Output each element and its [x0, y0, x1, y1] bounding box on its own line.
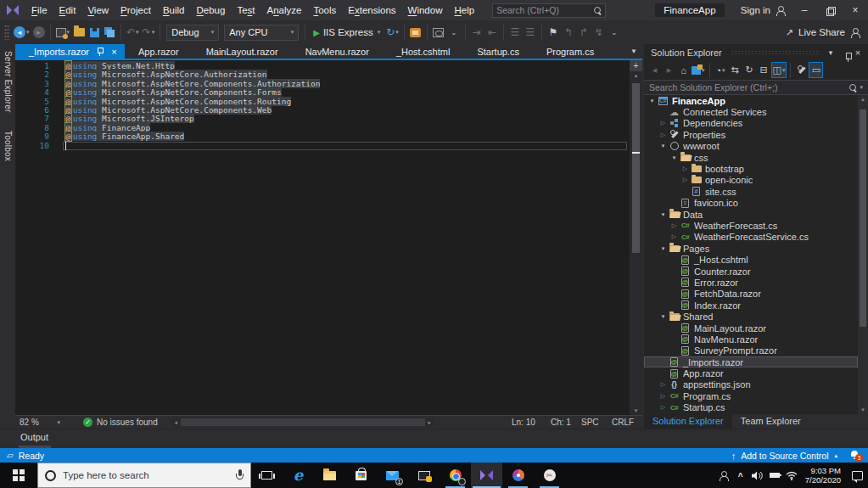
menu-view[interactable]: View	[81, 0, 115, 20]
tree-expander-icon[interactable]: ▷	[680, 165, 690, 172]
tree-item-mainlayout-razor[interactable]: @MainLayout.razor	[644, 323, 858, 334]
navigate-back-button[interactable]: ◂	[647, 62, 662, 78]
tab-navmenu-razor[interactable]: NavMenu.razor	[292, 44, 383, 59]
solution-platforms-combo[interactable]: Any CPU▾	[224, 25, 299, 41]
scroll-left-icon[interactable]: ◂	[171, 419, 181, 426]
taskbar-app-mail[interactable]: 1	[377, 463, 408, 488]
tree-expander-icon[interactable]: ▷	[680, 177, 690, 183]
menu-help[interactable]: Help	[448, 0, 480, 20]
tree-item-data[interactable]: ▾Data	[644, 209, 858, 220]
navigate-forward-button[interactable]: ▸	[662, 62, 676, 78]
tab-startup-cs[interactable]: Startup.cs	[463, 44, 533, 59]
taskbar-app-edge[interactable]: e	[283, 463, 314, 488]
tree-expander-icon[interactable]: ▷	[658, 393, 668, 400]
tree-item-appsettings-json[interactable]: ▷{}appsettings.json	[644, 379, 858, 390]
tree-item-css[interactable]: ▾css	[644, 152, 858, 163]
close-button[interactable]: ×	[843, 0, 868, 20]
menu-window[interactable]: Window	[402, 0, 449, 20]
undo-button[interactable]: ↶▾	[125, 23, 141, 42]
menu-build[interactable]: Build	[157, 0, 191, 20]
menu-edit[interactable]: Edit	[53, 0, 82, 20]
tree-item-weatherforecast-cs[interactable]: ▷C#WeatherForecast.cs	[644, 220, 858, 231]
tree-item-weatherforecastservice-cs[interactable]: ▷C#WeatherForecastService.cs	[644, 232, 858, 243]
menu-test[interactable]: Test	[231, 0, 260, 20]
clear-bookmarks-button[interactable]: ↯	[591, 23, 607, 42]
tree-item-wwwroot[interactable]: ▾wwwroot	[644, 141, 858, 152]
pending-changes-filter-button[interactable]: ◔▾	[714, 62, 728, 78]
tree-expander-icon[interactable]: ▾	[658, 313, 668, 320]
hidden-icons-chevron[interactable]: ^	[732, 463, 749, 488]
output-tab[interactable]: Output	[20, 432, 48, 442]
open-file-button[interactable]	[71, 23, 87, 42]
feedback-icon[interactable]	[850, 28, 860, 37]
zoom-selector[interactable]: 82 % ▾	[15, 416, 64, 429]
indent-decrease-button[interactable]: ☰	[507, 23, 523, 42]
taskbar-app-task-view[interactable]	[251, 463, 283, 488]
tree-item-site-css[interactable]: #site.css	[644, 186, 858, 197]
restore-button[interactable]	[817, 0, 843, 20]
background-tasks-icon[interactable]: ▱	[7, 451, 14, 460]
tree-item-error-razor[interactable]: @Error.razor	[644, 277, 858, 288]
tab-list-chevron-icon[interactable]: ▼	[625, 48, 642, 55]
tree-expander-icon[interactable]: ▾	[647, 98, 657, 104]
spaces-indicator[interactable]: SPC	[581, 418, 612, 427]
tree-item-financeapp[interactable]: ▾C#FinanceApp	[644, 95, 858, 106]
tree-item-counter-razor[interactable]: @Counter.razor	[644, 266, 858, 277]
tab-mainlayout-razor[interactable]: MainLayout.razor	[193, 44, 292, 59]
menu-extensions[interactable]: Extensions	[342, 0, 401, 20]
scroll-up-icon[interactable]: ▴	[861, 95, 865, 104]
tree-expander-icon[interactable]: ▷	[669, 233, 679, 240]
scroll-track[interactable]	[632, 80, 640, 407]
microphone-icon[interactable]	[236, 469, 244, 481]
taskbar-app-store[interactable]	[345, 463, 377, 488]
close-icon[interactable]: ×	[109, 47, 120, 57]
battery-icon[interactable]	[766, 463, 783, 488]
collapse-all-button[interactable]: ⊟	[757, 62, 771, 78]
tree-item-dependencies[interactable]: ▷Dependencies	[644, 118, 858, 129]
taskbar-app-utility-app[interactable]	[408, 463, 440, 488]
sign-in-button[interactable]: Sign in	[734, 5, 792, 15]
action-center-icon[interactable]	[846, 463, 868, 488]
scroll-up-icon[interactable]: ▴	[635, 71, 638, 80]
next-bookmark-button[interactable]: ↱	[576, 23, 591, 42]
refresh-button[interactable]: ↻	[742, 62, 757, 78]
view-detail-button[interactable]: ⇤	[484, 23, 500, 42]
navigate-forward-button[interactable]: ▸	[31, 23, 47, 42]
tree-item-connected-services[interactable]: ☁Connected Services	[644, 106, 858, 117]
tree-expander-icon[interactable]: ▷	[658, 404, 668, 411]
menu-analyze[interactable]: Analyze	[261, 0, 308, 20]
tree-item-pages[interactable]: ▾Pages	[644, 243, 858, 254]
split-editor-handle[interactable]: +	[630, 60, 642, 71]
tree-item-bootstrap[interactable]: ▷bootstrap	[644, 163, 858, 174]
minimize-button[interactable]: –	[792, 0, 817, 20]
quick-search-input[interactable]: Search (Ctrl+Q)	[492, 3, 606, 18]
solution-configurations-combo[interactable]: Debug▾	[166, 25, 219, 41]
tab-host-cshtml[interactable]: _Host.cshtml	[383, 44, 464, 59]
wifi-icon[interactable]	[783, 463, 800, 488]
tool-tab-toolbox[interactable]: Toolbox	[0, 127, 15, 165]
volume-icon[interactable]	[749, 463, 766, 488]
tree-item-navmenu-razor[interactable]: @NavMenu.razor	[644, 334, 858, 345]
notifications-bell-icon[interactable]: 3	[849, 450, 861, 461]
save-all-button[interactable]	[102, 23, 117, 42]
web-tool-button[interactable]	[408, 23, 423, 42]
tree-expander-icon[interactable]: ▾	[658, 211, 668, 218]
switch-views-button[interactable]: ▾	[691, 62, 706, 78]
tree-expander-icon[interactable]: ▷	[669, 222, 679, 229]
tab-program-cs[interactable]: Program.cs	[533, 44, 608, 59]
save-button[interactable]	[87, 23, 102, 42]
tree-expander-icon[interactable]: ▾	[669, 154, 679, 161]
close-panel-icon[interactable]: ×	[851, 48, 865, 58]
indent-increase-button[interactable]: ☰	[523, 23, 538, 42]
taskbar-app-file-explorer[interactable]	[314, 463, 345, 488]
tab-imports-razor[interactable]: _Imports.razor×	[15, 44, 125, 59]
solution-search-input[interactable]: Search Solution Explorer (Ctrl+;) ▾	[644, 80, 868, 95]
tree-expander-icon[interactable]: ▷	[658, 381, 668, 388]
tool-tab-team-explorer[interactable]: Team Explorer	[732, 414, 809, 429]
tool-tab-server-explorer[interactable]: Server Explorer	[0, 48, 15, 115]
scroll-thumb[interactable]	[860, 109, 866, 327]
tree-item-index-razor[interactable]: @Index.razor	[644, 300, 858, 311]
tree-item-fetchdata-razor[interactable]: @FetchData.razor	[644, 289, 858, 300]
taskbar-app-visual-studio[interactable]	[471, 463, 502, 488]
document-health-indicator[interactable]: ✓ No issues found	[83, 418, 158, 427]
